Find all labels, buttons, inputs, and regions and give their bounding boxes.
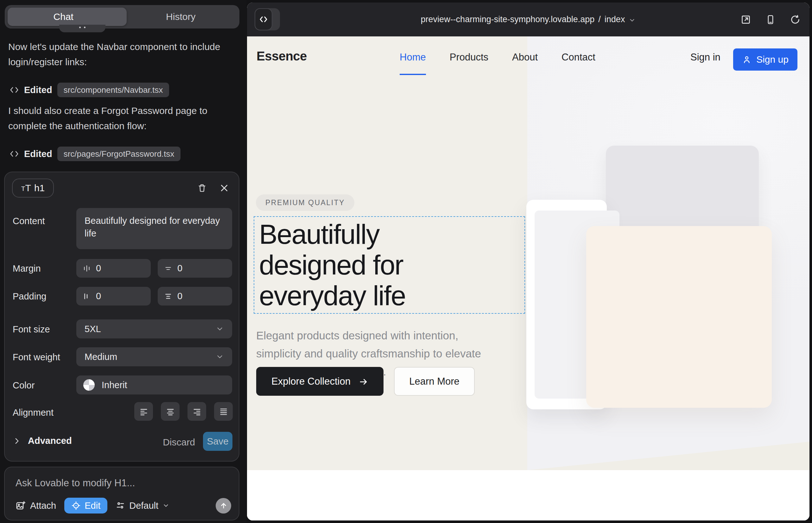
chat-sidebar: Chat History Now let's update the Navbar… xyxy=(0,0,246,523)
color-picker-field[interactable]: Inherit xyxy=(76,376,232,395)
mobile-view-button[interactable] xyxy=(765,14,776,25)
close-panel-button[interactable] xyxy=(217,180,232,196)
alignment-button-group xyxy=(134,402,233,421)
margin-horizontal-icon xyxy=(83,264,91,273)
align-center-button[interactable] xyxy=(161,402,180,421)
edit-mode-button[interactable]: Edit xyxy=(64,498,107,513)
color-label: Color xyxy=(13,380,35,391)
nav-link-home[interactable]: Home xyxy=(400,52,426,63)
margin-x-input[interactable]: 0 xyxy=(76,259,151,278)
code-view-toggle[interactable] xyxy=(254,8,280,30)
discard-button[interactable]: Discard xyxy=(161,437,197,448)
code-icon xyxy=(10,85,19,95)
lovable-app: Chat History Now let's update the Navbar… xyxy=(0,0,812,523)
selected-element-tag[interactable]: TT h1 xyxy=(12,179,54,198)
next-section-background xyxy=(247,470,810,521)
delete-element-button[interactable] xyxy=(194,180,210,196)
edited-file-row: Edited src/components/Navbar.tsx xyxy=(10,83,169,97)
padding-vertical-icon xyxy=(164,292,172,301)
model-selector[interactable]: Default xyxy=(116,501,170,511)
edited-file-row: Edited src/pages/ForgotPassword.tsx xyxy=(10,147,180,161)
explore-collection-button[interactable]: Explore Collection xyxy=(256,367,384,396)
chevron-down-icon xyxy=(216,353,224,361)
target-icon xyxy=(71,501,81,510)
ellipsis-dots xyxy=(79,26,86,28)
partial-message-bubble xyxy=(59,25,105,32)
edited-label: Edited xyxy=(24,85,52,95)
attach-button[interactable]: Attach xyxy=(16,501,56,511)
margin-vertical-icon xyxy=(164,264,172,273)
element-editor-panel: TT h1 Content Beautifully designed for e… xyxy=(4,172,240,462)
arrow-right-icon xyxy=(359,377,368,386)
chevron-down-icon xyxy=(216,325,224,333)
refresh-button[interactable] xyxy=(790,14,800,25)
preview-actions xyxy=(740,2,800,36)
send-button[interactable] xyxy=(216,498,231,513)
align-justify-button[interactable] xyxy=(214,402,233,421)
align-right-button[interactable] xyxy=(188,402,206,421)
align-right-icon xyxy=(193,407,201,416)
arrow-up-icon xyxy=(219,502,228,510)
chevron-down-icon xyxy=(162,502,170,509)
code-icon xyxy=(10,149,19,159)
site-logo[interactable]: Essence xyxy=(257,49,307,63)
align-left-icon xyxy=(139,407,148,416)
align-center-icon xyxy=(166,407,175,416)
site-navbar: Essence Home Products About Contact Sign… xyxy=(247,36,810,84)
decor-card-cream xyxy=(586,226,772,408)
tab-history[interactable]: History xyxy=(122,12,240,22)
align-justify-icon xyxy=(219,407,228,416)
hero-cta-row: Explore Collection Learn More xyxy=(256,367,475,396)
padding-horizontal-icon xyxy=(83,292,91,301)
font-size-select[interactable]: 5XL xyxy=(76,320,232,339)
align-left-button[interactable] xyxy=(134,402,153,421)
margin-label: Margin xyxy=(13,264,41,274)
typography-icon: TT xyxy=(21,183,31,193)
content-textarea[interactable]: Beautifully designed for everyday life xyxy=(76,208,232,249)
font-weight-select[interactable]: Medium xyxy=(76,347,232,366)
nav-link-products[interactable]: Products xyxy=(450,52,488,63)
selected-h1-outline[interactable]: Beautifullydesigned foreveryday life xyxy=(254,216,525,314)
preview-window: preview--charming-site-symphony.lovable.… xyxy=(247,2,810,521)
edited-label: Edited xyxy=(24,149,52,159)
attach-image-icon xyxy=(16,501,26,511)
hero-heading: Beautifullydesigned foreveryday life xyxy=(259,219,405,311)
font-size-label: Font size xyxy=(13,324,50,335)
assistant-message: Now let's update the Navbar component to… xyxy=(8,39,236,70)
preview-path: index xyxy=(604,15,625,24)
chat-composer: Ask Lovable to modify H1... Attach Edit xyxy=(4,467,240,521)
open-external-button[interactable] xyxy=(740,14,751,25)
sign-in-link[interactable]: Sign in xyxy=(690,52,721,63)
preview-url: preview--charming-site-symphony.lovable.… xyxy=(421,15,595,24)
advanced-toggle[interactable]: Advanced xyxy=(13,436,72,446)
content-label: Content xyxy=(13,216,45,227)
sign-up-button[interactable]: Sign up xyxy=(733,49,797,71)
code-icon xyxy=(254,8,272,30)
padding-y-input[interactable]: 0 xyxy=(158,287,232,306)
learn-more-button[interactable]: Learn More xyxy=(394,367,475,396)
file-chip[interactable]: src/components/Navbar.tsx xyxy=(57,83,170,97)
url-bar[interactable]: preview--charming-site-symphony.lovable.… xyxy=(247,2,810,36)
margin-y-input[interactable]: 0 xyxy=(158,259,232,278)
chevron-down-icon xyxy=(629,17,636,24)
site-canvas: Essence Home Products About Contact Sign… xyxy=(247,36,810,521)
sliders-icon xyxy=(116,501,125,510)
file-chip[interactable]: src/pages/ForgotPassword.tsx xyxy=(57,147,181,161)
user-icon xyxy=(742,55,752,64)
preview-topbar: preview--charming-site-symphony.lovable.… xyxy=(247,2,810,36)
close-icon xyxy=(219,183,229,193)
save-button[interactable]: Save xyxy=(203,432,232,451)
color-swatch xyxy=(83,379,95,391)
padding-x-input[interactable]: 0 xyxy=(76,287,151,306)
trash-icon xyxy=(197,183,207,193)
nav-link-contact[interactable]: Contact xyxy=(562,52,595,63)
chevron-right-icon xyxy=(13,437,21,445)
sidebar-tab-bar: Chat History xyxy=(5,5,240,29)
padding-label: Padding xyxy=(13,291,46,302)
url-separator: / xyxy=(598,15,601,24)
assistant-message: I should also create a Forgot Password p… xyxy=(8,103,236,133)
composer-toolbar: Attach Edit Default xyxy=(16,498,231,513)
nav-link-about[interactable]: About xyxy=(512,52,538,63)
composer-input[interactable]: Ask Lovable to modify H1... xyxy=(16,477,135,489)
nav-links: Home Products About Contact xyxy=(400,52,595,63)
